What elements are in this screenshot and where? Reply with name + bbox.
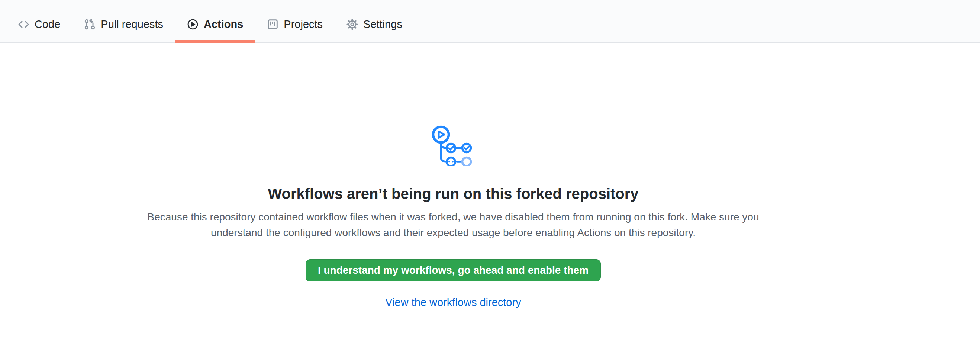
tab-actions[interactable]: Actions <box>175 0 255 42</box>
tab-settings[interactable]: Settings <box>335 0 414 42</box>
tab-pull-requests[interactable]: Pull requests <box>72 0 175 42</box>
code-icon <box>18 19 29 30</box>
git-pull-request-icon <box>84 19 95 30</box>
tab-label: Projects <box>284 19 323 30</box>
tab-label: Code <box>35 19 60 30</box>
tab-label: Pull requests <box>101 19 163 30</box>
page: { "nav": { "tabs": [ { "label": "Code", … <box>0 0 980 351</box>
repo-tab-bar: Code Pull requests Actions <box>0 0 980 43</box>
project-board-icon <box>267 19 278 30</box>
actions-blankslate: Workflows aren’t being run on this forke… <box>0 125 907 309</box>
tab-code[interactable]: Code <box>6 0 72 42</box>
blankslate-description: Because this repository contained workfl… <box>146 209 760 241</box>
blankslate-heading: Workflows aren’t being run on this forke… <box>0 184 907 203</box>
tab-projects[interactable]: Projects <box>255 0 335 42</box>
workflows-directory-link[interactable]: View the workflows directory <box>0 296 907 309</box>
play-circle-icon <box>187 19 199 30</box>
tab-label: Settings <box>363 19 402 30</box>
enable-workflows-button[interactable]: I understand my workflows, go ahead and … <box>305 259 601 281</box>
workflow-graph-icon <box>431 125 476 166</box>
tab-label: Actions <box>204 19 243 30</box>
gear-icon <box>347 19 358 30</box>
